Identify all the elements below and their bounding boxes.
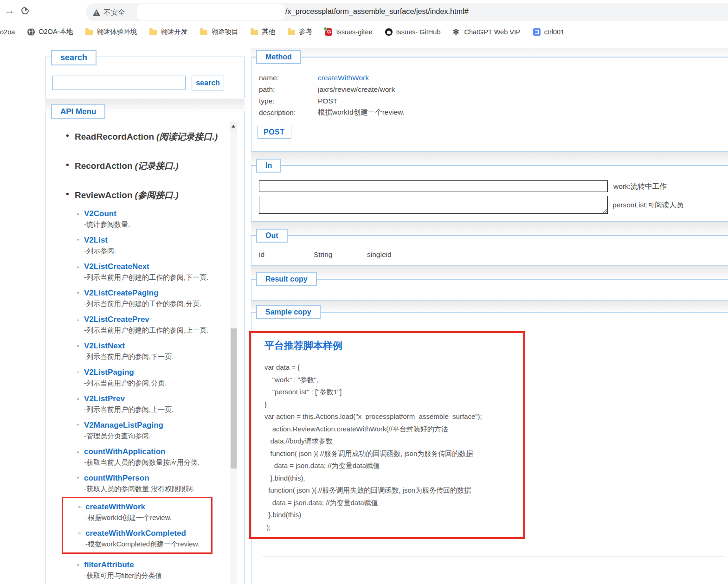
section-gap	[251, 266, 728, 278]
bookmark-item[interactable]: 参考	[288, 27, 312, 36]
menu-scrollbar-thumb[interactable]	[231, 328, 237, 468]
out-table-row: id String single id	[251, 236, 728, 259]
bookmark-label: 翱途开发	[161, 27, 187, 36]
out-section-legend: Out	[256, 229, 288, 243]
method-info-value: 根据workId创建一个review.	[318, 108, 405, 117]
api-method-desc: -列示参阅.	[84, 247, 228, 255]
bookmark-item[interactable]: Issues-gitee	[325, 28, 372, 36]
method-section: name: createWithWork path: jaxrs/review/…	[251, 57, 728, 152]
address-bar[interactable]: 不安全 /x_processplatform_assemble_surface/…	[86, 3, 728, 21]
bookmark-label: 翱途体验环境	[97, 27, 137, 36]
personlist-param-wrap	[259, 196, 608, 214]
forward-icon[interactable]: →	[4, 4, 15, 17]
api-method-link[interactable]: V2ListPaging	[84, 368, 134, 377]
api-method-desc: -列示当前用户创建的工作的参阅,上一页.	[84, 326, 228, 334]
api-method-link[interactable]: V2ManageListPaging	[84, 421, 163, 430]
bookmark-item[interactable]: 翱途开发	[149, 27, 187, 36]
bookmark-item[interactable]: O2OA-本地	[27, 27, 73, 36]
personlist-param-label: personList:可阅读人员	[612, 200, 683, 210]
bookmark-label: 其他	[262, 27, 275, 36]
sample-annotation-box: 平台推荐脚本样例 var data = { "work" : "参数", "pe…	[249, 331, 525, 539]
code-line: function( json ){ //服务调用失败的回调函数, json为服务…	[264, 484, 523, 497]
api-method-link[interactable]: filterAttribute	[84, 560, 134, 570]
api-menu-item: V2Count -统计参阅数量.	[84, 209, 228, 229]
api-method-link[interactable]: V2ListPrev	[84, 394, 125, 404]
api-menu-item: createWithWork -根据workId创建一个review.	[85, 502, 211, 522]
bookmark-item[interactable]: 翱途体验环境	[85, 27, 137, 36]
bookmark-icon	[533, 28, 541, 36]
method-info-label: name:	[259, 74, 318, 82]
out-table-cell: single	[367, 250, 386, 259]
api-group-subtitle: (参阅接口.)	[135, 190, 179, 200]
out-table-cell: id	[259, 250, 314, 259]
reload-icon[interactable]	[21, 7, 29, 14]
method-info-row: description: 根据workId创建一个review.	[259, 107, 728, 118]
code-line: data,//body请求参数	[264, 435, 523, 448]
api-method-link[interactable]: V2Count	[84, 209, 116, 218]
api-method-link[interactable]: countWithApplication	[84, 447, 166, 456]
scroll-up-arrow-icon[interactable]	[230, 122, 237, 131]
bookmark-item[interactable]: ctrl001	[533, 28, 565, 36]
result-copy-legend: Result copy	[256, 272, 317, 286]
bookmark-item[interactable]: ChatGPT Web VIP	[453, 28, 520, 36]
out-table-cell: id	[386, 250, 392, 259]
api-menu-panel: ReadRecordAction(阅读记录接口.) RecordAction(记…	[45, 111, 245, 584]
bookmark-icon	[288, 30, 295, 35]
personlist-param-textarea[interactable]	[259, 196, 608, 214]
warning-icon[interactable]	[93, 9, 100, 16]
code-line: "work" : "参数",	[264, 374, 523, 386]
api-method-desc: -列示当前用户的参阅,下一页.	[84, 353, 228, 361]
api-method-link[interactable]: countWithPerson	[84, 474, 149, 483]
bookmark-item[interactable]: 其他	[251, 27, 275, 36]
api-method-link[interactable]: V2List	[84, 236, 108, 245]
bookmark-label: Issues- GitHub	[396, 28, 441, 36]
browser-window: → 不安全 /x_processplatform_assemble_surfac…	[0, 0, 728, 584]
api-group-title: RecordAction	[75, 161, 133, 171]
method-info-row: type: POST	[259, 95, 728, 107]
bookmark-label: 参考	[299, 27, 312, 36]
bookmark-item[interactable]: o2oa	[0, 28, 15, 36]
section-gap	[251, 152, 728, 165]
api-menu-item: V2ListPrev -列示当前用户的参阅,上一页.	[84, 394, 228, 414]
bookmark-label: ctrl001	[544, 28, 565, 36]
method-info-value: jaxrs/review/create/work	[318, 85, 395, 94]
bookmark-label: Issues-gitee	[336, 28, 372, 36]
bookmark-icon	[251, 30, 258, 35]
work-param-label: work:流转中工作	[613, 182, 667, 192]
bookmark-icon	[27, 28, 35, 36]
work-param-input[interactable]	[259, 180, 608, 192]
api-method-link[interactable]: V2ListCreateNext	[84, 262, 149, 271]
api-group-title: ReviewAction	[75, 190, 133, 200]
section-gap	[251, 222, 728, 235]
api-method-link[interactable]: V2ListNext	[84, 341, 125, 351]
api-menu-item: V2ListCreatePrev -列示当前用户创建的工作的参阅,上一页.	[84, 315, 228, 334]
api-menu-item: filterAttribute -获取可用与filter的分类值	[84, 560, 228, 580]
code-line: function( json ){ //服务调用成功的回调函数, json为服务…	[264, 448, 523, 460]
sample-copy-legend: Sample copy	[256, 305, 321, 319]
method-info-value: createWithWork	[318, 74, 369, 82]
address-bar-row: → 不安全 /x_processplatform_assemble_surfac…	[0, 0, 728, 22]
bookmark-item[interactable]: 翱途项目	[200, 27, 238, 36]
api-menu-list: ReadRecordAction(阅读记录接口.) RecordAction(记…	[45, 111, 244, 584]
api-method-desc: -获取可用与filter的分类值	[84, 571, 228, 580]
method-info-label: description:	[259, 109, 318, 117]
post-method-button[interactable]: POST	[257, 126, 291, 139]
search-input[interactable]	[52, 76, 186, 90]
api-menu-item: createWithWorkCompleted -根据workCompleted…	[85, 529, 211, 548]
api-method-desc: -获取当前人员的参阅数量按应用分类.	[84, 458, 228, 467]
api-method-link[interactable]: createWithWork	[85, 502, 145, 512]
in-section: work:流转中工作 personList:可阅读人员	[251, 165, 728, 222]
api-method-link[interactable]: V2ListCreatePaging	[84, 289, 159, 298]
out-section: id String single id	[251, 235, 728, 266]
api-method-desc: -根据workId创建一个review.	[85, 513, 211, 522]
search-button[interactable]: search	[192, 76, 224, 90]
api-method-link[interactable]: createWithWorkCompleted	[85, 529, 186, 538]
api-group-title: ReadRecordAction	[75, 132, 154, 141]
code-line: action.ReviewAction.createWithWork(//平台封…	[264, 423, 523, 436]
api-group-subtitle: (记录接口.)	[135, 161, 179, 171]
api-method-desc: -列示当前用户的参阅,上一页.	[84, 405, 228, 414]
api-method-desc: -列示当前用户创建的工作的参阅,分页.	[84, 300, 228, 308]
api-method-desc: -获取人员的参阅数量,没有权限限制.	[84, 485, 228, 493]
api-method-link[interactable]: V2ListCreatePrev	[84, 315, 149, 324]
bookmark-item[interactable]: Issues- GitHub	[385, 28, 441, 36]
